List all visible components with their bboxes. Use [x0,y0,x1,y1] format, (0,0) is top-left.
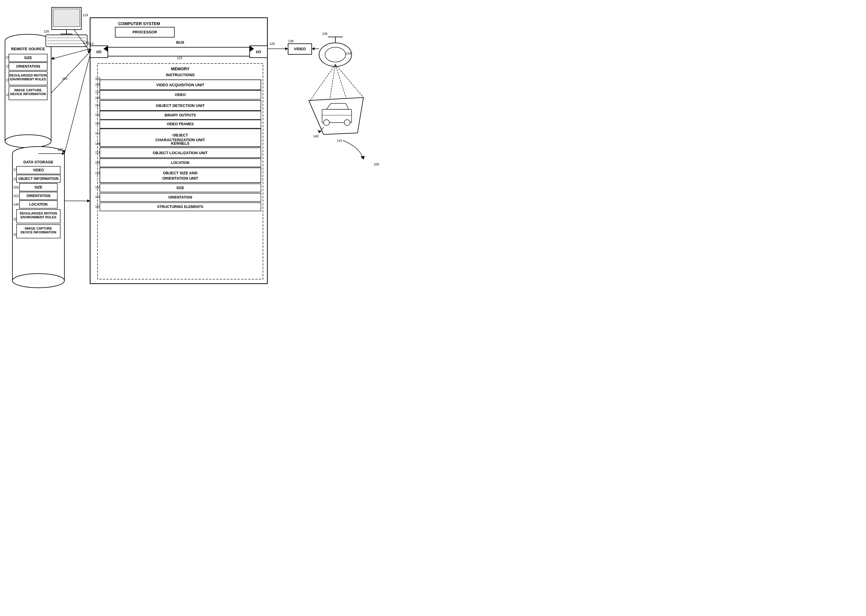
svg-marker-135 [360,156,365,160]
svg-point-116 [325,47,346,62]
svg-text:VIDEO: VIDEO [33,168,44,172]
svg-text:VIDEO: VIDEO [294,47,306,51]
svg-point-65 [5,135,51,148]
svg-text:OBJECT INFORMATION: OBJECT INFORMATION [18,177,58,181]
svg-text:124: 124 [83,13,88,17]
svg-text:OBJECT LOCALIZATION UNIT: OBJECT LOCALIZATION UNIT [153,151,208,155]
svg-text:152: 152 [13,194,19,198]
svg-text:138: 138 [288,39,293,43]
svg-text:ORIENTATION: ORIENTATION [16,64,40,69]
svg-text:REGULARIZED MOTION: REGULARIZED MOTION [9,74,47,77]
svg-marker-164 [87,200,90,203]
svg-text:122: 122 [177,56,182,60]
svg-line-124 [335,64,363,97]
svg-text:VIDEO ACQUISITION UNIT: VIDEO ACQUISITION UNIT [156,83,204,87]
svg-text:BINARY OUTPUTS: BINARY OUTPUTS [165,113,196,117]
svg-text:I/O: I/O [96,50,101,54]
svg-point-129 [344,119,350,126]
svg-text:I/O: I/O [256,50,261,54]
svg-text:OBJECT: OBJECT [173,133,188,137]
svg-text:VIDEO: VIDEO [174,93,185,97]
svg-text:INSTRUCTIONS: INSTRUCTIONS [166,73,195,77]
svg-text:ORIENTATION: ORIENTATION [27,194,50,198]
svg-text:BUS: BUS [176,40,184,45]
svg-text:DATA STORAGE: DATA STORAGE [24,160,53,164]
svg-line-155 [51,49,90,59]
svg-text:KERNELS: KERNELS [171,141,189,146]
svg-text:DEVICE INFORMATION: DEVICE INFORMATION [21,231,57,234]
svg-text:PROCESSOR: PROCESSOR [132,30,157,34]
svg-text:SIZE: SIZE [35,185,42,189]
svg-line-152 [51,52,90,93]
svg-text:REGULARIZED MOTION: REGULARIZED MOTION [20,212,57,215]
svg-text:146: 146 [95,142,101,145]
svg-text:OBJECT SIZE AND: OBJECT SIZE AND [163,171,198,175]
svg-point-128 [324,119,329,126]
svg-text:100: 100 [374,162,379,166]
svg-text:STRUCTURING ELEMENTS: STRUCTURING ELEMENTS [157,205,203,209]
svg-marker-160 [285,47,288,50]
svg-text:ENVIRONMENT RULES: ENVIRONMENT RULES [20,215,57,219]
svg-text:MEMORY: MEMORY [171,66,190,71]
svg-text:136: 136 [322,32,327,35]
svg-text:COMPUTER SYSTEM: COMPUTER SYSTEM [118,21,160,26]
svg-text:119: 119 [88,42,93,46]
svg-text:148: 148 [13,203,19,206]
svg-text:162: 162 [62,77,68,80]
svg-text:ORIENTATION: ORIENTATION [168,195,192,200]
svg-text:DEVICE INFORMATION: DEVICE INFORMATION [10,92,46,96]
svg-line-121 [310,64,335,101]
svg-text:ORIENTATION UNIT: ORIENTATION UNIT [162,176,198,181]
svg-text:126: 126 [44,30,49,33]
svg-text:140: 140 [313,134,319,138]
svg-marker-162 [312,47,315,50]
svg-point-86 [13,273,64,288]
diagram: COMPUTER SYSTEM PROCESSOR I/O I/O BUS 12… [0,0,433,308]
svg-text:OBJECT DETECTION UNIT: OBJECT DETECTION UNIT [156,104,204,108]
svg-text:150: 150 [13,185,19,189]
svg-text:SIZE: SIZE [24,56,32,60]
svg-text:SIZE: SIZE [176,186,184,190]
svg-text:141: 141 [337,139,342,142]
svg-text:VIDEO FRAMES: VIDEO FRAMES [167,122,193,126]
svg-rect-138 [53,9,80,27]
svg-text:IMAGE CAPTURE: IMAGE CAPTURE [14,88,42,92]
svg-line-150 [64,55,90,154]
svg-text:LOCATION: LOCATION [171,161,189,165]
svg-text:REMOTE SOURCE: REMOTE SOURCE [11,47,45,51]
svg-text:120: 120 [269,42,275,46]
svg-text:ENVIRONMENT RULES: ENVIRONMENT RULES [10,77,46,81]
svg-text:132: 132 [83,41,89,44]
svg-text:LOCATION: LOCATION [29,203,47,206]
svg-text:134: 134 [346,52,351,55]
svg-text:IMAGE CAPTURE: IMAGE CAPTURE [25,226,52,230]
